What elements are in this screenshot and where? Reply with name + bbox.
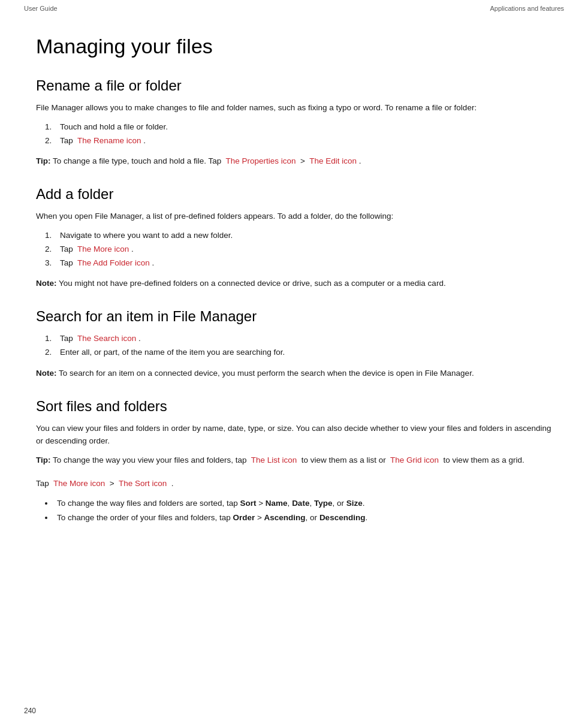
list-item: Tap The Add Folder icon . — [54, 257, 552, 270]
section-add-folder-steps: Navigate to where you want to add a new … — [54, 229, 552, 270]
list-icon-link: The List icon — [251, 455, 297, 464]
header-right: Applications and features — [490, 5, 564, 12]
section-sort-title: Sort files and folders — [36, 398, 552, 415]
header-left: User Guide — [24, 5, 58, 12]
sort-tap-line: Tap The More icon > The Sort icon . — [36, 477, 552, 490]
type-bold: Type — [314, 499, 333, 508]
sort-bullets: To change the way files and folders are … — [54, 496, 552, 526]
page-number: 240 — [24, 707, 36, 715]
more-icon-link-1: The More icon — [77, 245, 129, 254]
date-bold: Date — [292, 499, 309, 508]
list-item: To change the way files and folders are … — [54, 496, 552, 511]
section-rename-intro: File Manager allows you to make changes … — [36, 101, 552, 114]
add-folder-icon-link: The Add Folder icon — [77, 258, 150, 267]
section-rename-title: Rename a file or folder — [36, 77, 552, 94]
rename-tip: Tip: To change a file type, touch and ho… — [36, 155, 552, 168]
edit-icon-link: The Edit icon — [309, 156, 357, 165]
tip-label-2: Tip: — [36, 455, 51, 464]
search-note: Note: To search for an item on a connect… — [36, 367, 552, 380]
page-header: User Guide Applications and features — [0, 0, 588, 17]
page-content: Managing your files Rename a file or fol… — [0, 17, 588, 568]
section-search-steps: Tap The Search icon . Enter all, or part… — [54, 332, 552, 360]
search-icon-link: The Search icon — [77, 334, 136, 343]
sort-tip: Tip: To change the way you view your fil… — [36, 454, 552, 467]
note-label-1: Note: — [36, 279, 57, 288]
name-bold: Name — [266, 499, 288, 508]
section-search: Search for an item in File Manager Tap T… — [36, 308, 552, 379]
more-icon-link-2: The More icon — [53, 479, 105, 488]
section-add-folder-title: Add a folder — [36, 186, 552, 203]
tip-label: Tip: — [36, 156, 51, 165]
descending-bold: Descending — [319, 513, 366, 522]
size-bold: Size — [346, 499, 363, 508]
properties-icon-link: The Properties icon — [225, 156, 295, 165]
section-add-folder-intro: When you open File Manager, a list of pr… — [36, 210, 552, 223]
section-rename: Rename a file or folder File Manager all… — [36, 77, 552, 168]
ascending-bold: Ascending — [264, 513, 306, 522]
list-item: Tap The Rename icon . — [54, 134, 552, 148]
section-sort: Sort files and folders You can view your… — [36, 398, 552, 526]
note-label-2: Note: — [36, 369, 57, 378]
list-item: Touch and hold a file or folder. — [54, 120, 552, 134]
add-folder-note: Note: You might not have pre-defined fol… — [36, 277, 552, 290]
grid-icon-link: The Grid icon — [390, 455, 439, 464]
section-search-title: Search for an item in File Manager — [36, 308, 552, 325]
section-rename-steps: Touch and hold a file or folder. Tap The… — [54, 120, 552, 148]
section-sort-intro: You can view your files and folders in o… — [36, 422, 552, 448]
list-item: Tap The More icon . — [54, 243, 552, 257]
list-item: Tap The Search icon . — [54, 332, 552, 346]
list-item: Navigate to where you want to add a new … — [54, 229, 552, 243]
rename-icon-link: The Rename icon — [77, 136, 141, 145]
section-add-folder: Add a folder When you open File Manager,… — [36, 186, 552, 290]
list-item: To change the order of your files and fo… — [54, 511, 552, 525]
sort-bold: Sort — [240, 499, 256, 508]
list-item: Enter all, or part, of the name of the i… — [54, 346, 552, 360]
page-footer: 240 — [24, 707, 36, 715]
sort-icon-link: The Sort icon — [119, 479, 167, 488]
page-title: Managing your files — [36, 35, 552, 58]
order-bold: Order — [233, 513, 255, 522]
